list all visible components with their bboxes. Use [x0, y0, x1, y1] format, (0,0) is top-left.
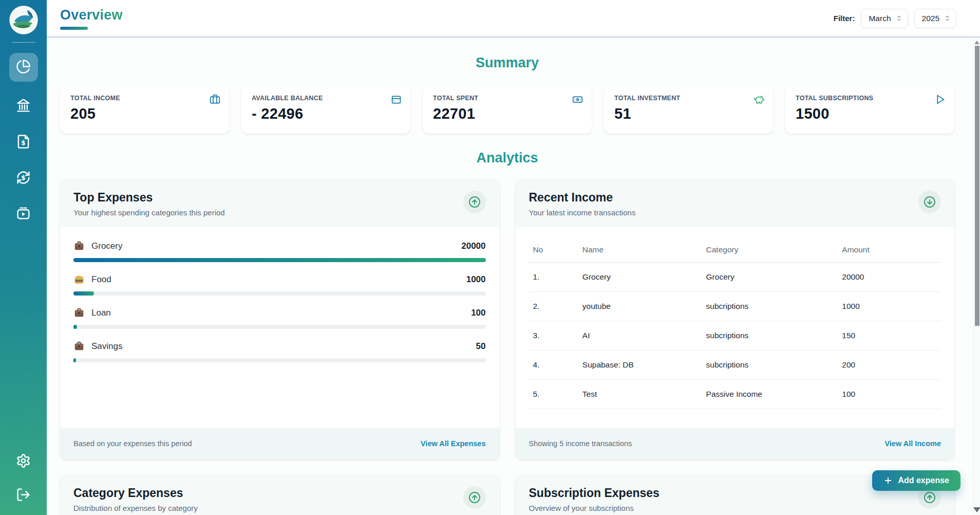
- card-value: 51: [614, 105, 763, 122]
- banknote-icon: [572, 94, 583, 105]
- piggy-bank-icon: [753, 94, 764, 105]
- col-no: No: [529, 238, 578, 263]
- sidebar: $ $: [0, 0, 47, 515]
- sidebar-item-logout[interactable]: [12, 484, 35, 507]
- card-subtitle: Overview of your subscriptions: [529, 504, 659, 512]
- cell-amount: 20000: [838, 263, 941, 292]
- sync-dollar-icon: $: [16, 170, 31, 187]
- table-row: 1. Grocery Grocery 20000: [529, 263, 941, 292]
- card-footer-note: Showing 5 income transactions: [529, 439, 632, 448]
- sidebar-item-overview[interactable]: [9, 53, 38, 82]
- progress-fill: [73, 258, 486, 262]
- cell-name: Supabase: DB: [578, 351, 702, 380]
- pie-chart-icon: [16, 59, 31, 76]
- burger-emoji-icon: [73, 274, 85, 285]
- sidebar-item-invoices[interactable]: $: [12, 131, 35, 154]
- recent-income-header: Recent Income Your latest income transac…: [516, 179, 955, 227]
- income-table-wrap: No Name Category Amount 1. Grocery Groce…: [516, 227, 955, 428]
- cell-no: 1.: [529, 263, 578, 292]
- expense-value: 20000: [461, 241, 485, 251]
- sidebar-bottom: [12, 450, 35, 507]
- card-label: TOTAL INVESTMENT: [614, 95, 763, 102]
- scroll-up-arrow[interactable]: [974, 41, 979, 44]
- bank-icon: [16, 98, 31, 115]
- card-label: TOTAL SPENT: [433, 95, 581, 102]
- card-value: 1500: [796, 105, 944, 122]
- expense-value: 50: [476, 341, 486, 352]
- expense-item: Food 1000: [73, 274, 486, 296]
- cell-category: Passive Income: [702, 380, 838, 409]
- summary-heading: Summary: [60, 38, 954, 71]
- category-expenses-card: Category Expenses Distribution of expens…: [60, 475, 499, 515]
- view-all-expenses-link[interactable]: View All Expenses: [421, 439, 486, 448]
- app-logo: [9, 5, 39, 35]
- sidebar-item-recurring[interactable]: $: [12, 167, 35, 190]
- card-title: Top Expenses: [73, 191, 225, 205]
- scrollbar[interactable]: [973, 38, 980, 515]
- category-arrow-button[interactable]: [463, 486, 486, 509]
- arrow-up-circle-icon: [468, 196, 481, 208]
- table-row: 3. AI subcriptions 150: [529, 321, 941, 351]
- card-subtitle: Your latest income transactions: [529, 208, 636, 217]
- expense-value: 100: [471, 308, 485, 318]
- income-arrow-button[interactable]: [918, 191, 941, 213]
- file-dollar-icon: $: [16, 134, 31, 151]
- briefcase-emoji-icon: [73, 241, 85, 252]
- col-category: Category: [702, 238, 838, 263]
- logout-icon: [16, 487, 31, 504]
- briefcase-icon: [210, 94, 220, 105]
- card-label: TOTAL SUBSCRIPTIONS: [796, 95, 944, 102]
- top-expenses-header: Top Expenses Your highest spending categ…: [60, 179, 499, 227]
- sidebar-item-subscriptions[interactable]: [12, 203, 35, 226]
- expense-name: Loan: [91, 308, 111, 318]
- expense-name: Food: [91, 274, 111, 285]
- year-select[interactable]: 2025: [914, 9, 956, 28]
- income-table: No Name Category Amount 1. Grocery Groce…: [529, 238, 941, 409]
- summary-card-available-balance: AVAILABLE BALANCE - 22496: [241, 86, 410, 134]
- col-amount: Amount: [838, 238, 941, 263]
- cell-name: Grocery: [578, 263, 702, 292]
- summary-card-total-investment: TOTAL INVESTMENT 51: [604, 86, 773, 134]
- page-title: Overview: [60, 7, 123, 23]
- briefcase-emoji-icon: [73, 341, 85, 352]
- card-title: Recent Income: [529, 191, 636, 205]
- title-underline: [60, 27, 88, 30]
- view-all-income-link[interactable]: View All Income: [884, 439, 941, 448]
- table-row: 5. Test Passive Income 100: [529, 380, 941, 409]
- card-label: AVAILABLE BALANCE: [252, 95, 400, 102]
- scroll-down-arrow[interactable]: [973, 507, 980, 512]
- sidebar-item-settings[interactable]: [12, 450, 35, 473]
- add-expense-button[interactable]: Add expense: [872, 470, 960, 491]
- play-icon: [935, 94, 946, 105]
- col-name: Name: [578, 238, 702, 263]
- card-subtitle: Your highest spending categories this pe…: [73, 208, 225, 217]
- cell-category: Grocery: [702, 263, 838, 292]
- expenses-arrow-button[interactable]: [463, 191, 486, 213]
- arrow-down-circle-icon: [924, 196, 936, 208]
- sidebar-nav: $ $: [9, 53, 38, 226]
- cell-category: subcriptions: [702, 321, 838, 351]
- analytics-heading: Analytics: [60, 150, 954, 166]
- card-value: 205: [70, 105, 219, 122]
- top-expenses-card: Top Expenses Your highest spending categ…: [60, 179, 499, 459]
- expense-item: Grocery 20000: [73, 241, 486, 262]
- card-title: Category Expenses: [73, 486, 198, 500]
- arrow-up-circle-icon: [924, 491, 936, 504]
- card-label: TOTAL INCOME: [70, 95, 219, 102]
- expense-name: Grocery: [91, 241, 122, 251]
- summary-card-total-spent: TOTAL SPENT 22701: [423, 86, 592, 134]
- cell-no: 5.: [529, 380, 578, 409]
- top-expenses-list: Grocery 20000 Food 1000: [60, 227, 499, 428]
- top-expenses-footer: Based on your expenses this period View …: [60, 428, 499, 459]
- sidebar-item-banks[interactable]: [12, 95, 35, 118]
- add-expense-label: Add expense: [898, 476, 949, 485]
- analytics-grid: Top Expenses Your highest spending categ…: [60, 179, 954, 515]
- svg-text:$: $: [21, 174, 25, 181]
- progress-fill: [73, 291, 94, 296]
- progress-bar: [73, 358, 486, 362]
- arrow-up-circle-icon: [468, 491, 481, 504]
- progress-fill: [73, 325, 77, 329]
- gear-icon: [16, 453, 31, 470]
- scroll-thumb[interactable]: [975, 46, 979, 326]
- month-select[interactable]: March: [861, 9, 908, 28]
